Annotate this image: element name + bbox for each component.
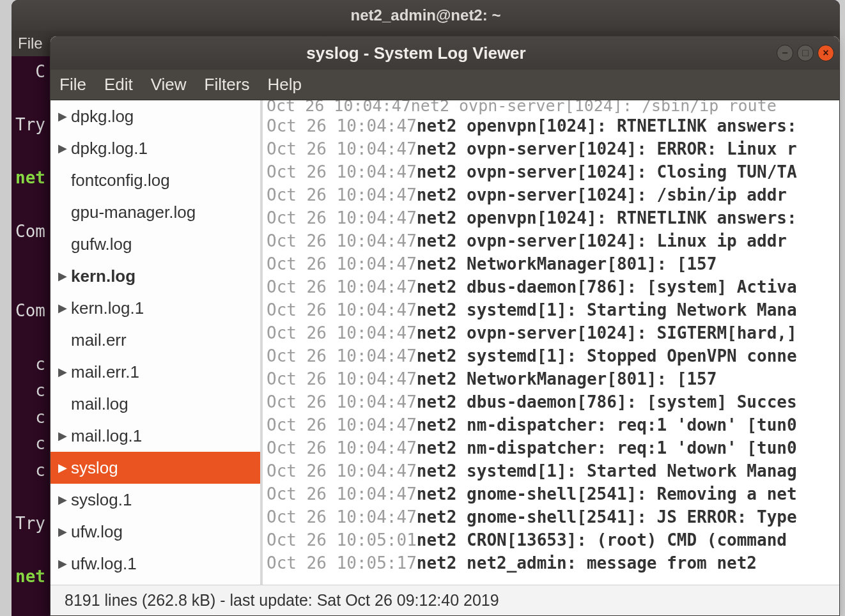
log-row[interactable]: Oct 26 10:04:47 net2 ovpn-server[1024]: … (267, 229, 839, 252)
log-message: net2 openvpn[1024]: RTNETLINK answers: (417, 206, 797, 229)
log-timestamp: Oct 26 10:04:47 (267, 206, 417, 229)
logfile-label: mail.err (71, 330, 127, 350)
log-row[interactable]: Oct 26 10:04:47 net2 nm-dispatcher: req:… (267, 413, 839, 436)
menu-file[interactable]: File (59, 75, 86, 95)
log-row[interactable]: Oct 26 10:04:47 net2 ovpn-server[1024]: … (267, 160, 839, 183)
logfile-item-ufw-log[interactable]: ▶ufw.log (50, 516, 260, 548)
logfile-item-dpkg-log[interactable]: ▶dpkg.log (50, 100, 260, 132)
logfile-item-gpu-manager-log[interactable]: ▶gpu-manager.log (50, 196, 260, 228)
expand-icon[interactable]: ▶ (57, 301, 68, 315)
status-bar: 8191 lines (262.8 kB) - last update: Sat… (50, 585, 839, 615)
log-message: net2 systemd[1]: Starting Network Mana (417, 298, 797, 321)
expand-icon[interactable]: ▶ (57, 365, 68, 379)
expand-icon[interactable]: ▶ (57, 109, 68, 123)
logfile-item-ufw-log-1[interactable]: ▶ufw.log.1 (50, 548, 260, 580)
status-text: 8191 lines (262.8 kB) - last update: Sat… (65, 591, 499, 610)
log-message: net2 nm-dispatcher: req:1 'down' [tun0 (417, 413, 797, 436)
logfile-label: ufw.log (71, 522, 123, 542)
close-icon: × (823, 47, 828, 59)
log-message: net2 ovpn-server[1024]: /sbin/ip addr (417, 183, 787, 206)
terminal-menu-file[interactable]: File (18, 35, 43, 52)
log-timestamp: Oct 26 10:04:47 (267, 367, 417, 390)
logfile-item-mail-err-1[interactable]: ▶mail.err.1 (50, 356, 260, 388)
log-message: net2 openvpn[1024]: RTNETLINK answers: (417, 114, 797, 137)
log-timestamp: Oct 26 10:04:47 (267, 252, 417, 275)
logfile-item-mail-err[interactable]: ▶mail.err (50, 324, 260, 356)
log-timestamp: Oct 26 10:04:47 (267, 275, 417, 298)
log-row[interactable]: Oct 26 10:04:47 net2 systemd[1]: Stopped… (267, 344, 839, 367)
log-row[interactable]: Oct 26 10:04:47 net2 nm-dispatcher: req:… (267, 436, 839, 459)
expand-icon[interactable]: ▶ (57, 493, 68, 507)
logfile-label: gufw.log (71, 235, 132, 254)
logfile-label: syslog (71, 458, 118, 478)
log-message: net2 ovpn-server[1024]: SIGTERM[hard,] (417, 321, 797, 344)
log-row[interactable]: Oct 26 10:04:47 net2 openvpn[1024]: RTNE… (267, 114, 839, 137)
log-message: net2 ovpn-server[1024]: /sbin/ip route (411, 100, 777, 114)
menu-help[interactable]: Help (267, 75, 301, 95)
logfile-item-mail-log-1[interactable]: ▶mail.log.1 (50, 420, 260, 452)
log-message: net2 dbus-daemon[786]: [system] Activa (417, 275, 797, 298)
logfile-item-kern-log-1[interactable]: ▶kern.log.1 (50, 292, 260, 324)
log-timestamp: Oct 26 10:04:47 (267, 390, 417, 413)
log-timestamp: Oct 26 10:04:47 (267, 413, 417, 436)
logfile-label: gpu-manager.log (71, 203, 196, 222)
log-timestamp: Oct 26 10:04:47 (267, 229, 417, 252)
log-timestamp: Oct 26 10:04:47 (267, 482, 417, 505)
log-message: net2 NetworkManager[801]: [157 (417, 252, 717, 275)
expand-icon[interactable]: ▶ (57, 461, 68, 475)
log-row[interactable]: Oct 26 10:05:01 net2 CRON[13653]: (root)… (267, 528, 839, 551)
log-viewer-titlebar[interactable]: syslog - System Log Viewer − □ × (50, 36, 839, 70)
log-timestamp: Oct 26 10:04:47 (267, 114, 417, 137)
logfile-item-dpkg-log-1[interactable]: ▶dpkg.log.1 (50, 132, 260, 164)
log-message: net2 systemd[1]: Stopped OpenVPN conne (417, 344, 797, 367)
log-row[interactable]: Oct 26 10:04:47 net2 gnome-shell[2541]: … (267, 505, 839, 528)
logfile-label: mail.log (71, 394, 128, 414)
log-row[interactable]: Oct 26 10:04:47 net2 systemd[1]: Startin… (267, 298, 839, 321)
logfile-label: mail.log.1 (71, 426, 142, 446)
log-row[interactable]: Oct 26 10:04:47 net2 ovpn-server[1024]: … (267, 321, 839, 344)
logfile-label: ufw.log.1 (71, 554, 137, 574)
log-row[interactable]: Oct 26 10:04:47 net2 systemd[1]: Started… (267, 459, 839, 482)
log-message: net2 gnome-shell[2541]: JS ERROR: Type (417, 505, 797, 528)
logfile-item-syslog-1[interactable]: ▶syslog.1 (50, 484, 260, 516)
close-button[interactable]: × (818, 45, 834, 61)
log-row[interactable]: Oct 26 10:04:47 net2 ovpn-server[1024]: … (267, 183, 839, 206)
log-row[interactable]: Oct 26 10:04:47 net2 dbus-daemon[786]: [… (267, 275, 839, 298)
expand-icon[interactable]: ▶ (57, 525, 68, 539)
logfile-item-gufw-log[interactable]: ▶gufw.log (50, 228, 260, 260)
minimize-button[interactable]: − (777, 45, 793, 61)
logfile-label: syslog.1 (71, 490, 132, 510)
log-message: net2 net2_admin: message from net2 (417, 551, 757, 574)
menubar: FileEditViewFiltersHelp (50, 70, 839, 100)
expand-icon[interactable]: ▶ (57, 429, 68, 443)
logfile-item-kern-log[interactable]: ▶kern.log (50, 260, 260, 292)
minimize-icon: − (782, 47, 787, 59)
log-content[interactable]: Oct 26 10:04:47 net2 ovpn-server[1024]: … (263, 100, 839, 585)
log-timestamp: Oct 26 10:05:17 (267, 551, 417, 574)
menu-view[interactable]: View (151, 75, 187, 95)
log-timestamp: Oct 26 10:04:47 (267, 321, 417, 344)
expand-icon[interactable]: ▶ (57, 269, 68, 283)
menu-edit[interactable]: Edit (104, 75, 133, 95)
log-row[interactable]: Oct 26 10:05:17 net2 net2_admin: message… (267, 551, 839, 574)
log-row[interactable]: Oct 26 10:04:47 net2 ovpn-server[1024]: … (267, 137, 839, 160)
log-row: Oct 26 10:04:47 net2 ovpn-server[1024]: … (267, 100, 839, 114)
expand-icon[interactable]: ▶ (57, 557, 68, 571)
log-message: net2 ovpn-server[1024]: Closing TUN/TA (417, 160, 797, 183)
log-row[interactable]: Oct 26 10:04:47 net2 NetworkManager[801]… (267, 367, 839, 390)
logfile-item-fontconfig-log[interactable]: ▶fontconfig.log (50, 164, 260, 196)
maximize-button[interactable]: □ (797, 45, 814, 61)
log-row[interactable]: Oct 26 10:04:47 net2 openvpn[1024]: RTNE… (267, 206, 839, 229)
logfile-item-syslog[interactable]: ▶syslog (50, 452, 260, 484)
log-message: net2 systemd[1]: Started Network Manag (417, 459, 797, 482)
logfile-item-mail-log[interactable]: ▶mail.log (50, 388, 260, 420)
log-row[interactable]: Oct 26 10:04:47 net2 dbus-daemon[786]: [… (267, 390, 839, 413)
expand-icon[interactable]: ▶ (57, 141, 68, 155)
log-row[interactable]: Oct 26 10:04:47 net2 gnome-shell[2541]: … (267, 482, 839, 505)
window-title: syslog - System Log Viewer (56, 43, 777, 63)
log-file-sidebar[interactable]: ▶dpkg.log▶dpkg.log.1▶fontconfig.log▶gpu-… (50, 100, 263, 585)
menu-filters[interactable]: Filters (205, 75, 250, 95)
log-message: net2 NetworkManager[801]: [157 (417, 367, 717, 390)
log-timestamp: Oct 26 10:04:47 (267, 505, 417, 528)
log-row[interactable]: Oct 26 10:04:47 net2 NetworkManager[801]… (267, 252, 839, 275)
